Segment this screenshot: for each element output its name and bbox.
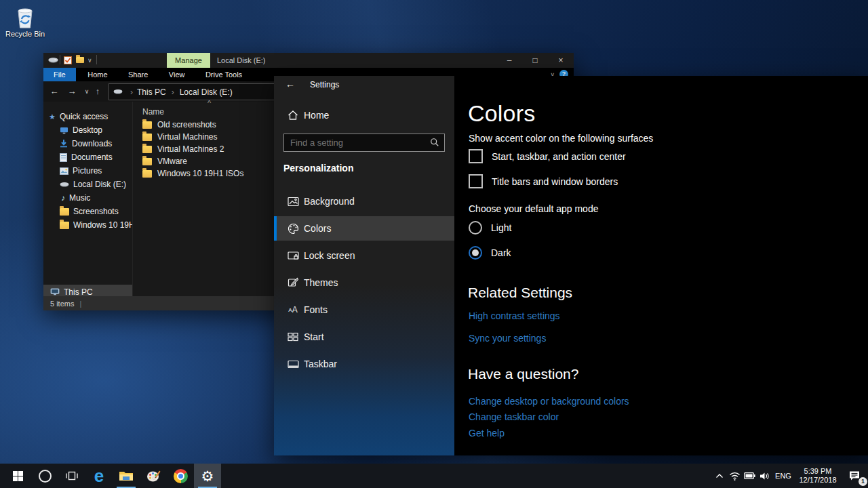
folder-icon: [142, 170, 152, 178]
file-explorer-button[interactable]: [113, 464, 140, 488]
sidebar-item-music[interactable]: ♪ Music: [43, 191, 132, 205]
lock-screen-icon: [288, 251, 299, 261]
explorer-maximize-button[interactable]: □: [522, 53, 548, 68]
file-row[interactable]: Old screenshots: [142, 119, 216, 131]
ribbon-tab-file[interactable]: File: [43, 68, 76, 81]
question-heading: Have a question?: [468, 366, 578, 382]
status-separator: |: [79, 300, 81, 308]
explorer-minimize-button[interactable]: –: [496, 53, 522, 68]
nav-item-background[interactable]: Background: [274, 189, 454, 214]
sidebar-item-local-disk[interactable]: Local Disk (E:): [43, 178, 132, 191]
app-mode-heading: Choose your default app mode: [469, 203, 598, 214]
taskbar: e ⚙: [0, 464, 868, 488]
wifi-icon: [729, 472, 741, 481]
sidebar-item-downloads[interactable]: Downloads: [43, 137, 132, 150]
nav-item-start[interactable]: Start: [274, 325, 454, 349]
cortana-button[interactable]: [31, 464, 58, 488]
nav-item-themes[interactable]: Themes: [274, 270, 454, 295]
music-note-icon: ♪: [61, 193, 65, 203]
start-button[interactable]: [4, 464, 31, 488]
link-high-contrast[interactable]: High contrast settings: [469, 310, 560, 321]
file-row[interactable]: VMware: [142, 155, 187, 167]
column-header-name[interactable]: Name: [142, 107, 164, 117]
radio-icon[interactable]: [469, 221, 482, 235]
back-icon[interactable]: ←: [46, 81, 62, 102]
edge-button[interactable]: e: [85, 464, 113, 488]
file-row[interactable]: Virtual Machines 2: [142, 143, 224, 155]
clock[interactable]: 5:39 PM 12/17/2018: [795, 467, 841, 485]
new-folder-icon[interactable]: [76, 57, 84, 63]
checkbox-start-taskbar[interactable]: Start, taskbar, and action center: [469, 149, 626, 163]
nav-item-fonts[interactable]: AA Fonts: [274, 298, 454, 322]
file-row[interactable]: Windows 10 19H1 ISOs: [142, 167, 243, 180]
star-icon: ★: [49, 113, 56, 121]
nav-item-colors[interactable]: Colors: [274, 216, 454, 241]
forward-icon[interactable]: →: [64, 81, 80, 102]
action-center-button[interactable]: 1: [841, 464, 868, 488]
link-change-taskbar-color[interactable]: Change taskbar color: [469, 411, 559, 422]
recycle-bin[interactable]: Recycle Bin: [0, 5, 50, 38]
breadcrumb-this-pc[interactable]: This PC: [137, 87, 166, 97]
sidebar-item-windows-isos[interactable]: Windows 10 19H1 ISOs: [43, 218, 132, 232]
link-change-desktop-colors[interactable]: Change desktop or background colors: [469, 396, 629, 407]
taskbar-icon: [288, 360, 299, 369]
language-indicator[interactable]: ENG: [772, 464, 795, 488]
sidebar-item-pictures[interactable]: Pictures: [43, 164, 132, 178]
battery-button[interactable]: [742, 464, 757, 488]
speaker-icon: [760, 472, 770, 481]
task-view-button[interactable]: [58, 464, 85, 488]
checkbox-icon[interactable]: [469, 174, 483, 188]
sidebar-item-this-pc[interactable]: This PC: [43, 285, 132, 296]
sidebar-item-quick-access[interactable]: ★ Quick access: [43, 110, 132, 123]
link-sync-settings[interactable]: Sync your settings: [469, 333, 546, 344]
radio-light[interactable]: Light: [469, 221, 511, 235]
paint3d-button[interactable]: [140, 464, 167, 488]
ribbon-tab-view[interactable]: View: [160, 68, 194, 81]
edge-icon: e: [94, 467, 104, 485]
file-row[interactable]: Virtual Machines: [142, 131, 218, 143]
explorer-window-controls: – □ ×: [496, 53, 574, 68]
nav-item-taskbar[interactable]: Taskbar: [274, 352, 454, 376]
chrome-button[interactable]: [167, 464, 194, 488]
ribbon-tab-home[interactable]: Home: [79, 68, 116, 81]
settings-home[interactable]: Home: [274, 104, 454, 127]
hidden-icons-button[interactable]: [712, 464, 727, 488]
nav-item-lock-screen[interactable]: Lock screen: [274, 243, 454, 268]
properties-check-icon[interactable]: [64, 56, 72, 64]
wifi-button[interactable]: [727, 464, 742, 488]
sidebar-item-documents[interactable]: Documents: [43, 150, 132, 164]
drive-icon: [48, 57, 58, 64]
breadcrumb-current[interactable]: Local Disk (E:): [180, 87, 233, 97]
link-get-help[interactable]: Get help: [469, 428, 505, 439]
ribbon-tab-share[interactable]: Share: [119, 68, 157, 81]
settings-sidebar: ← Settings Home Personalization Backgrou…: [274, 76, 454, 455]
settings-titlebar-label: Settings: [310, 80, 339, 89]
checkbox-icon[interactable]: [469, 149, 483, 163]
explorer-sidebar: ★ Quick access Desktop Downloads Documen…: [43, 102, 132, 296]
search-icon[interactable]: [430, 138, 439, 147]
checkbox-title-bars[interactable]: Title bars and window borders: [469, 174, 618, 188]
download-icon: [60, 140, 68, 148]
search-input[interactable]: [284, 134, 430, 151]
qat-customize-icon[interactable]: ∨: [87, 53, 92, 68]
settings-search-box[interactable]: [283, 134, 445, 152]
explorer-close-button[interactable]: ×: [548, 53, 574, 68]
start-icon: [288, 332, 298, 342]
settings-back-icon[interactable]: ←: [285, 79, 295, 89]
volume-button[interactable]: [757, 464, 772, 488]
colors-icon: [288, 223, 299, 235]
breadcrumb-separator: ›: [130, 87, 133, 97]
radio-dark[interactable]: Dark: [469, 246, 511, 260]
settings-taskbar-button[interactable]: ⚙: [194, 464, 221, 488]
up-icon[interactable]: ↑: [90, 81, 106, 102]
sidebar-item-screenshots[interactable]: Screenshots: [43, 205, 132, 218]
surfaces-heading: Show accent color on the following surfa…: [469, 133, 653, 144]
radio-icon-selected[interactable]: [469, 246, 482, 260]
ribbon-tab-drive-tools[interactable]: Drive Tools: [197, 68, 251, 81]
sidebar-item-desktop[interactable]: Desktop: [43, 123, 132, 137]
sort-ascending-icon[interactable]: ^: [208, 99, 211, 107]
explorer-titlebar: ∨ Manage Local Disk (E:) – □ ×: [43, 53, 574, 68]
drive-icon-sidebar: [60, 182, 69, 188]
page-title: Colors: [468, 100, 535, 127]
manage-ribbon-tab[interactable]: Manage: [167, 53, 210, 68]
